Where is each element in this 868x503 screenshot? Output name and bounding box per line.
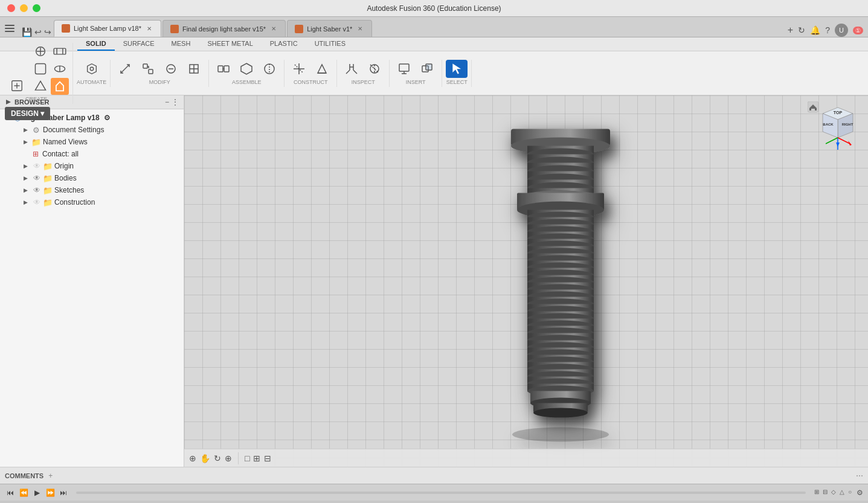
- insert-btn1[interactable]: [393, 60, 415, 78]
- tab-3[interactable]: Light Saber v1* ✕: [287, 20, 372, 37]
- ribbon-tab-solid[interactable]: SOLID: [77, 37, 115, 51]
- animation-bar: ⏮ ⏪ ▶ ⏩ ⏭ ⊞ ⊟ ◇ △ ○ ⚙: [0, 484, 868, 501]
- assemble-btn3[interactable]: [259, 60, 280, 78]
- tab-2-close[interactable]: ✕: [269, 25, 278, 33]
- construct-items: [288, 60, 333, 78]
- anim-start[interactable]: ⏮: [5, 487, 16, 498]
- create-sub-5[interactable]: [51, 60, 69, 77]
- anim-next[interactable]: ⏩: [45, 487, 56, 498]
- move-tool[interactable]: ⊕: [189, 453, 196, 463]
- tree-named-views[interactable]: ▶ 📁 Named Views: [0, 136, 184, 148]
- pan-tool[interactable]: ✋: [200, 453, 210, 463]
- toolbar-quick: 💾 ↩ ↪: [19, 27, 54, 37]
- anim-prev[interactable]: ⏪: [18, 487, 29, 498]
- create-sub-3[interactable]: [31, 78, 50, 95]
- modify-btn1[interactable]: [114, 60, 136, 78]
- modify-btn2[interactable]: [137, 60, 159, 78]
- doc-arrow: ▶: [21, 126, 30, 134]
- tab-2-label: Final design light saber v15*: [182, 25, 266, 33]
- viewport[interactable]: TOP RIGHT BACK ⊕ ✋ ↻ ⊕ □ ⊞ ⊟: [184, 95, 868, 467]
- tool-2[interactable]: ⊟: [821, 489, 829, 497]
- browser-collapse[interactable]: −: [165, 98, 169, 106]
- anim-end[interactable]: ⏭: [58, 487, 69, 498]
- tool-1[interactable]: ⊞: [813, 489, 820, 497]
- tab-1-close[interactable]: ✕: [145, 24, 153, 33]
- tool-3[interactable]: ◇: [830, 489, 837, 497]
- tool-4[interactable]: △: [838, 489, 846, 497]
- modify-btn4[interactable]: [183, 60, 205, 78]
- undo-icon[interactable]: ↩: [34, 27, 42, 37]
- select-label: SELECT: [446, 79, 468, 87]
- viewcube[interactable]: TOP RIGHT BACK: [808, 101, 856, 150]
- tree-contact[interactable]: ⊞ Contact: all: [0, 148, 184, 160]
- refresh-icon[interactable]: ↻: [798, 25, 805, 35]
- svg-rect-17: [143, 64, 147, 68]
- select-btn[interactable]: [446, 60, 468, 78]
- create-sub-1[interactable]: [31, 43, 50, 60]
- close-button[interactable]: [7, 4, 15, 12]
- tab-3-label: Light Saber v1*: [307, 25, 352, 33]
- grid-toggle[interactable]: ⊞: [253, 453, 260, 463]
- tree-doc-settings[interactable]: ▶ ⚙ Document Settings: [0, 124, 184, 136]
- user-avatar[interactable]: U: [835, 24, 848, 37]
- view-toggle[interactable]: ⊟: [264, 453, 271, 463]
- orbit-tool[interactable]: ↻: [214, 453, 221, 463]
- construct-btn2[interactable]: [311, 60, 333, 78]
- root-settings[interactable]: ⚙: [104, 114, 111, 122]
- comments-divider-handle[interactable]: ⋯: [856, 472, 863, 480]
- add-tab-icon[interactable]: +: [788, 25, 793, 36]
- svg-text:TOP: TOP: [834, 111, 843, 115]
- create-sub-4[interactable]: [51, 43, 69, 60]
- inspect-btn1[interactable]: [341, 60, 362, 78]
- ribbon-tab-plastic[interactable]: PLASTIC: [262, 37, 306, 51]
- tree-sketches[interactable]: ▶ 👁 📁 Sketches: [0, 184, 184, 196]
- ribbon-tab-mesh[interactable]: MESH: [163, 37, 199, 51]
- bodies-eye[interactable]: 👁: [33, 174, 41, 182]
- timeline-track[interactable]: [76, 492, 806, 494]
- maximize-button[interactable]: [33, 4, 40, 12]
- insert-btn2[interactable]: [416, 60, 438, 78]
- tree-bodies[interactable]: ▶ 👁 📁 Bodies: [0, 172, 184, 184]
- ribbon-tab-sheetmetal[interactable]: SHEET METAL: [199, 37, 261, 51]
- tree-origin[interactable]: ▶ 👁 📁 Origin: [0, 160, 184, 172]
- tree-construction[interactable]: ▶ 👁 📁 Construction: [0, 196, 184, 208]
- automate-btn[interactable]: [81, 60, 103, 78]
- menu-icon[interactable]: [0, 20, 19, 37]
- construction-eye[interactable]: 👁: [33, 198, 41, 207]
- browser-content: ▾ ⬡ Light Saber Lamp v18 ⚙ ▶ ⚙ Document …: [0, 109, 184, 467]
- settings-gear[interactable]: ⚙: [857, 489, 863, 497]
- redo-icon[interactable]: ↪: [44, 27, 51, 37]
- construct-btn1[interactable]: [288, 60, 310, 78]
- anim-play[interactable]: ▶: [31, 487, 42, 498]
- modify-btn3[interactable]: [160, 60, 182, 78]
- assemble-btn2[interactable]: [236, 60, 257, 78]
- help-icon[interactable]: ?: [825, 25, 830, 35]
- save-icon[interactable]: 💾: [22, 27, 32, 37]
- design-button[interactable]: DESIGN ▾: [5, 107, 50, 120]
- assemble-btn1[interactable]: [213, 60, 234, 78]
- sketches-eye[interactable]: 👁: [33, 186, 41, 194]
- ribbon: SOLID SURFACE MESH SHEET METAL PLASTIC U…: [0, 37, 868, 95]
- minimize-button[interactable]: [20, 4, 28, 12]
- create-sub-2[interactable]: [31, 60, 50, 77]
- display-mode[interactable]: □: [245, 453, 249, 463]
- notifications-icon[interactable]: 🔔: [810, 25, 820, 35]
- ribbon-tab-utilities[interactable]: UTILITIES: [306, 37, 354, 51]
- tab-2[interactable]: Final design light saber v15* ✕: [162, 20, 286, 37]
- comments-add[interactable]: +: [48, 472, 53, 480]
- origin-eye[interactable]: 👁: [33, 162, 41, 170]
- automate-items: [81, 60, 103, 78]
- create-main-btn[interactable]: [4, 77, 30, 95]
- svg-text:RIGHT: RIGHT: [842, 123, 854, 126]
- ribbon-tabs: SOLID SURFACE MESH SHEET METAL PLASTIC U…: [0, 37, 868, 51]
- create-sub-6[interactable]: [51, 78, 69, 95]
- tab-1[interactable]: Light Saber Lamp v18* ✕: [54, 20, 161, 37]
- origin-folder-icon: 📁: [43, 161, 53, 171]
- tab-3-close[interactable]: ✕: [356, 25, 364, 33]
- zoom-tool[interactable]: ⊕: [225, 453, 232, 463]
- tool-5[interactable]: ○: [847, 489, 853, 497]
- ribbon-tab-surface[interactable]: SURFACE: [115, 37, 163, 51]
- doc-label: Document Settings: [43, 126, 104, 134]
- browser-divider-handle[interactable]: ⋮: [172, 98, 179, 106]
- inspect-btn2[interactable]: [364, 60, 385, 78]
